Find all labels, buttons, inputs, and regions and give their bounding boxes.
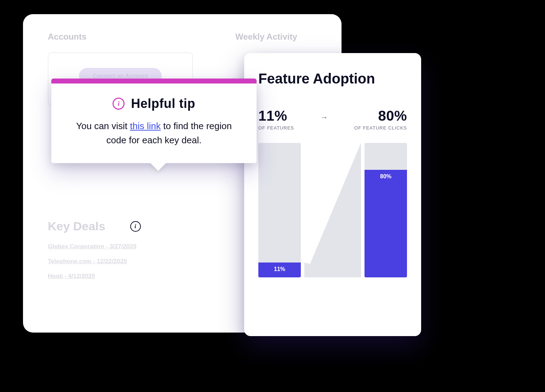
metric-right: 80% OF FEATURE CLICKS — [354, 108, 407, 131]
bar-left-fill: 11% — [258, 263, 301, 277]
tooltip-link[interactable]: this link — [130, 121, 161, 131]
helpful-tip-tooltip: i Helpful tip You can visit this link to… — [51, 79, 257, 163]
arrow-right-icon: → — [320, 113, 328, 122]
accounts-heading: Accounts — [48, 32, 193, 42]
metric-left-label: OF FEATURES — [258, 125, 294, 131]
info-icon[interactable]: i — [130, 221, 141, 232]
bar-right-fill: 80% — [365, 170, 407, 277]
feature-adoption-title: Feature Adoption — [258, 71, 407, 87]
metric-left: 11% OF FEATURES — [258, 108, 294, 131]
info-icon: i — [113, 98, 125, 110]
weekly-activity-heading: Weekly Activity — [235, 32, 297, 42]
metrics-row: 11% OF FEATURES → 80% OF FEATURE CLICKS — [258, 108, 407, 131]
feature-chart: 11% 80% — [258, 143, 407, 277]
key-deals-heading: Key Deals — [48, 219, 105, 233]
feature-adoption-card: Feature Adoption 11% OF FEATURES → 80% O… — [244, 53, 421, 336]
bar-left: 11% — [258, 143, 301, 277]
bar-right: 80% — [365, 143, 407, 277]
metric-right-label: OF FEATURE CLICKS — [354, 125, 407, 131]
tooltip-title: Helpful tip — [131, 96, 195, 111]
metric-left-value: 11% — [258, 108, 294, 124]
tooltip-body: You can visit this link to find the regi… — [68, 119, 240, 148]
metric-right-value: 80% — [354, 108, 407, 124]
